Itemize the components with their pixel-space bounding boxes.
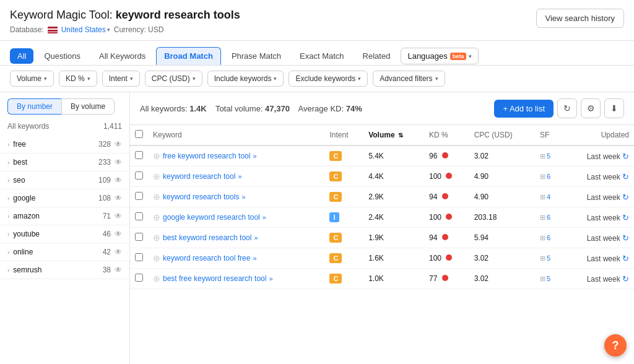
keyword-link[interactable]: ⊕ best keyword research tool » — [153, 233, 319, 243]
table-row: ⊕ keyword research tool » C 4.4K 100 4.9… — [130, 167, 634, 187]
row-refresh-icon[interactable]: ↻ — [622, 152, 629, 161]
sidebar-item-left: › seo — [7, 176, 25, 184]
row-checkbox[interactable] — [135, 274, 143, 282]
tab-languages[interactable]: Languages beta ▾ — [401, 48, 479, 64]
exclude-keywords-filter[interactable]: Exclude keywords ▾ — [289, 71, 368, 87]
by-volume-toggle[interactable]: By volume — [61, 98, 115, 115]
help-button[interactable]: ? — [604, 334, 627, 357]
advanced-filters[interactable]: Advanced filters ▾ — [373, 71, 445, 87]
kd-filter[interactable]: KD % ▾ — [59, 71, 97, 87]
sidebar-item[interactable]: › online 42 👁 — [0, 243, 129, 261]
sidebar-item-right: 328 👁 — [98, 140, 122, 149]
row-checkbox-cell[interactable] — [130, 207, 148, 228]
row-refresh-icon[interactable]: ↻ — [622, 274, 629, 284]
eye-icon[interactable]: 👁 — [115, 158, 122, 167]
select-all-checkbox[interactable] — [135, 130, 143, 138]
row-checkbox[interactable] — [135, 253, 143, 261]
sidebar-item[interactable]: › google 108 👁 — [0, 189, 129, 207]
row-refresh-icon[interactable]: ↻ — [622, 254, 629, 263]
keyword-link[interactable]: ⊕ keyword research tool free » — [153, 253, 319, 263]
sidebar-item[interactable]: › semrush 38 👁 — [0, 261, 129, 279]
intent-filter[interactable]: Intent ▾ — [102, 71, 140, 87]
eye-icon[interactable]: 👁 — [115, 230, 122, 238]
eye-icon[interactable]: 👁 — [115, 212, 122, 220]
expand-icon[interactable]: » — [253, 254, 256, 262]
add-to-list-button[interactable]: + Add to list — [494, 100, 554, 118]
chevron-down-icon: ▾ — [469, 53, 472, 59]
keyword-link[interactable]: ⊕ keyword research tools » — [153, 192, 319, 202]
database-link[interactable]: United States ▾ — [61, 25, 110, 34]
cpc-col-header[interactable]: CPC (USD) — [469, 125, 535, 145]
expand-icon[interactable]: » — [254, 234, 258, 241]
keyword-link[interactable]: ⊕ keyword research tool » — [153, 171, 319, 181]
tab-all-keywords[interactable]: All Keywords — [91, 47, 154, 65]
kd-indicator — [446, 214, 452, 220]
row-checkbox-cell[interactable] — [130, 167, 148, 187]
languages-label: Languages — [407, 51, 447, 61]
row-checkbox[interactable] — [135, 233, 143, 241]
sidebar-item[interactable]: › free 328 👁 — [0, 136, 129, 154]
row-refresh-icon[interactable]: ↻ — [622, 233, 629, 243]
eye-icon[interactable]: 👁 — [115, 176, 122, 184]
tab-exact-match[interactable]: Exact Match — [292, 47, 352, 65]
sidebar-item[interactable]: › seo 109 👁 — [0, 171, 129, 189]
intent-col-header[interactable]: Intent — [324, 125, 363, 145]
sidebar-keyword: amazon — [13, 212, 40, 220]
expand-icon[interactable]: » — [241, 193, 245, 201]
keyword-link[interactable]: ⊕ google keyword research tool » — [153, 212, 319, 222]
tab-all[interactable]: All — [10, 48, 33, 64]
select-all-col[interactable] — [130, 125, 148, 145]
updated-text: Last week — [587, 193, 620, 202]
updated-col-header[interactable]: Updated — [563, 125, 634, 145]
row-checkbox[interactable] — [135, 151, 143, 159]
volume-col-header[interactable]: Volume ⇅ — [363, 125, 424, 145]
volume-filter[interactable]: Volume ▾ — [10, 71, 54, 87]
sidebar-item[interactable]: › youtube 46 👁 — [0, 225, 129, 243]
plus-icon: ⊕ — [153, 212, 160, 222]
refresh-button[interactable]: ↻ — [557, 98, 577, 118]
tab-questions[interactable]: Questions — [36, 47, 89, 65]
row-checkbox[interactable] — [135, 171, 143, 180]
sf-icon: ⊞ — [540, 234, 545, 242]
row-checkbox[interactable] — [135, 192, 143, 200]
sidebar-toggle-group: By number By volume — [0, 92, 129, 119]
eye-icon[interactable]: 👁 — [115, 266, 122, 274]
row-checkbox-cell[interactable] — [130, 187, 148, 207]
keyword-col-header[interactable]: Keyword — [148, 125, 324, 145]
eye-icon[interactable]: 👁 — [115, 194, 122, 202]
expand-icon[interactable]: » — [269, 275, 272, 282]
row-checkbox-cell[interactable] — [130, 248, 148, 269]
include-keywords-filter[interactable]: Include keywords ▾ — [207, 71, 284, 87]
row-refresh-icon[interactable]: ↻ — [622, 172, 629, 181]
keyword-link[interactable]: ⊕ free keyword research tool » — [153, 151, 319, 161]
by-number-toggle[interactable]: By number — [7, 98, 61, 115]
row-refresh-icon[interactable]: ↻ — [622, 193, 629, 202]
tab-broad-match[interactable]: Broad Match — [156, 47, 221, 65]
keyword-link[interactable]: ⊕ best free keyword research tool » — [153, 274, 319, 284]
expand-icon[interactable]: » — [253, 152, 256, 160]
chevron-down-icon: ▾ — [358, 76, 361, 82]
expand-icon[interactable]: » — [238, 173, 241, 180]
cpc-filter[interactable]: CPC (USD) ▾ — [145, 71, 202, 87]
export-button[interactable]: ⬇ — [604, 98, 624, 118]
sidebar-item-left: › best — [7, 158, 27, 167]
volume-filter-label: Volume — [17, 74, 41, 83]
view-search-history-button[interactable]: View search history — [536, 9, 624, 28]
row-checkbox[interactable] — [135, 212, 143, 220]
sf-icon: ⊞ — [540, 152, 545, 160]
eye-icon[interactable]: 👁 — [115, 140, 122, 149]
row-checkbox-cell[interactable] — [130, 145, 148, 167]
settings-button[interactable]: ⚙ — [581, 98, 601, 118]
row-checkbox-cell[interactable] — [130, 228, 148, 248]
kd-col-header[interactable]: KD % — [424, 125, 469, 145]
sidebar-item[interactable]: › best 233 👁 — [0, 154, 129, 171]
tab-phrase-match[interactable]: Phrase Match — [224, 47, 289, 65]
eye-icon[interactable]: 👁 — [115, 248, 122, 256]
keyword-text: free keyword research tool — [163, 152, 250, 160]
row-refresh-icon[interactable]: ↻ — [622, 213, 629, 222]
sidebar-item[interactable]: › amazon 71 👁 — [0, 207, 129, 225]
expand-icon[interactable]: » — [263, 214, 266, 221]
tab-related[interactable]: Related — [355, 47, 399, 65]
row-checkbox-cell[interactable] — [130, 269, 148, 289]
sf-col-header[interactable]: SF — [535, 125, 563, 145]
